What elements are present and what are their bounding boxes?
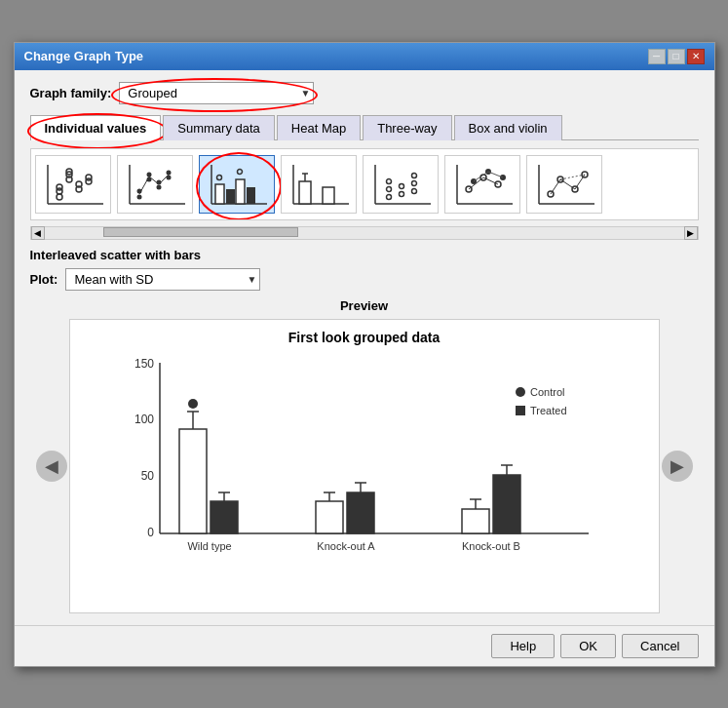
svg-rect-81 bbox=[211, 501, 238, 533]
bars-svg bbox=[286, 160, 352, 209]
graph-family-row: Graph family: Grouped XY Column Row mean… bbox=[30, 82, 699, 104]
svg-line-22 bbox=[139, 177, 149, 194]
tab-summary-data[interactable]: Summary data bbox=[163, 115, 275, 140]
svg-line-69 bbox=[575, 175, 585, 189]
graph-icons-scroll bbox=[35, 155, 694, 214]
svg-point-46 bbox=[411, 188, 416, 193]
svg-text:Knock-out B: Knock-out B bbox=[462, 540, 520, 552]
svg-rect-92 bbox=[462, 509, 489, 533]
maximize-button[interactable]: □ bbox=[668, 49, 685, 64]
cancel-button[interactable]: Cancel bbox=[622, 634, 698, 658]
svg-point-44 bbox=[399, 191, 403, 196]
minimize-button[interactable]: ─ bbox=[648, 49, 666, 64]
svg-point-42 bbox=[386, 186, 391, 191]
scatter-lines-svg bbox=[122, 160, 188, 209]
connected-dots-svg bbox=[449, 160, 516, 209]
prev-arrow-button[interactable]: ◀ bbox=[36, 451, 67, 482]
graph-icon-connected-dots[interactable] bbox=[444, 155, 520, 214]
svg-point-17 bbox=[146, 172, 151, 177]
svg-point-47 bbox=[411, 180, 416, 185]
svg-line-70 bbox=[560, 175, 585, 179]
scroll-thumb[interactable] bbox=[103, 227, 298, 237]
bottom-bar: Help OK Cancel bbox=[15, 625, 714, 666]
svg-rect-38 bbox=[323, 187, 334, 204]
svg-point-41 bbox=[386, 194, 391, 199]
svg-line-68 bbox=[560, 179, 575, 189]
svg-rect-95 bbox=[493, 475, 520, 533]
close-button[interactable]: ✕ bbox=[687, 49, 705, 64]
dialog-title: Change Graph Type bbox=[24, 49, 144, 63]
svg-rect-77 bbox=[179, 429, 207, 533]
plot-row: Plot: Mean with SD Mean with SEM Mean wi… bbox=[30, 268, 699, 291]
svg-text:Wild type: Wild type bbox=[187, 540, 231, 552]
preview-label: Preview bbox=[30, 298, 699, 313]
preview-container: ◀ First look grouped data 150 bbox=[30, 319, 699, 613]
svg-point-48 bbox=[411, 173, 416, 177]
graph-icon-bars[interactable] bbox=[281, 155, 357, 214]
tab-three-way[interactable]: Three-way bbox=[363, 115, 451, 140]
dialog-body: Graph family: Grouped XY Column Row mean… bbox=[15, 70, 714, 625]
scroll-track[interactable]: ◀ ▶ bbox=[30, 226, 699, 240]
svg-text:Treated: Treated bbox=[530, 405, 567, 416]
tab-box-violin[interactable]: Box and violin bbox=[454, 115, 562, 140]
network-svg bbox=[531, 160, 597, 209]
change-graph-type-dialog: Change Graph Type ─ □ ✕ Graph family: Gr… bbox=[14, 42, 715, 667]
plot-select-wrap: Mean with SD Mean with SEM Mean with 95%… bbox=[65, 268, 260, 291]
help-button[interactable]: Help bbox=[491, 634, 555, 658]
svg-text:Knock-out A: Knock-out A bbox=[317, 540, 375, 552]
scroll-left-arrow[interactable]: ◀ bbox=[31, 226, 45, 240]
svg-rect-85 bbox=[316, 501, 343, 533]
svg-point-80 bbox=[188, 399, 198, 409]
dots-grid-svg bbox=[367, 160, 434, 209]
tabs-row: Individual values Summary data Heat Map … bbox=[30, 114, 699, 140]
title-bar-buttons: ─ □ ✕ bbox=[648, 49, 705, 64]
graph-icon-scatter-lines[interactable] bbox=[117, 155, 193, 214]
svg-rect-30 bbox=[236, 179, 245, 204]
graph-family-select-wrap: Grouped XY Column Row means Survival Par… bbox=[119, 82, 314, 104]
svg-rect-27 bbox=[215, 184, 224, 204]
svg-point-4 bbox=[57, 184, 62, 190]
preview-area: First look grouped data 150 100 50 bbox=[69, 319, 660, 613]
svg-text:Control: Control bbox=[530, 386, 564, 398]
plot-label: Plot: bbox=[30, 272, 58, 287]
graph-family-label: Graph family: bbox=[30, 86, 112, 100]
svg-point-18 bbox=[156, 184, 161, 189]
tab-heat-map[interactable]: Heat Map bbox=[277, 115, 361, 140]
svg-line-60 bbox=[488, 172, 503, 177]
svg-rect-88 bbox=[347, 492, 374, 533]
graph-icon-dots-grid[interactable] bbox=[363, 155, 439, 214]
svg-text:150: 150 bbox=[134, 357, 153, 371]
graph-family-select[interactable]: Grouped XY Column Row means Survival Par… bbox=[119, 82, 314, 104]
section-label: Interleaved scatter with bars bbox=[30, 248, 699, 262]
svg-rect-101 bbox=[516, 406, 525, 415]
svg-text:0: 0 bbox=[147, 526, 154, 539]
tab-individual-values[interactable]: Individual values bbox=[30, 115, 162, 140]
svg-point-14 bbox=[136, 194, 141, 199]
svg-point-21 bbox=[166, 170, 171, 175]
svg-point-11 bbox=[86, 178, 92, 184]
svg-point-43 bbox=[386, 178, 391, 183]
graph-icon-network[interactable] bbox=[526, 155, 602, 214]
svg-point-29 bbox=[216, 175, 221, 179]
svg-text:50: 50 bbox=[140, 469, 154, 483]
graph-icon-scatter-dots[interactable] bbox=[35, 155, 111, 214]
ok-button[interactable]: OK bbox=[560, 634, 616, 658]
svg-line-67 bbox=[551, 179, 560, 194]
graph-icons-area bbox=[30, 148, 699, 220]
svg-point-32 bbox=[237, 169, 242, 174]
graph-icon-interleaved-scatter[interactable] bbox=[199, 155, 275, 214]
scatter-dots-svg bbox=[40, 160, 106, 209]
scroll-right-arrow[interactable]: ▶ bbox=[684, 226, 698, 240]
svg-text:100: 100 bbox=[134, 413, 153, 426]
chart-title: First look grouped data bbox=[80, 330, 649, 345]
plot-select[interactable]: Mean with SD Mean with SEM Mean with 95%… bbox=[65, 268, 260, 291]
svg-rect-35 bbox=[299, 181, 311, 204]
chart-svg: 150 100 50 0 bbox=[80, 353, 649, 568]
svg-rect-31 bbox=[247, 187, 255, 204]
interleaved-scatter-svg bbox=[204, 160, 270, 209]
next-arrow-button[interactable]: ▶ bbox=[662, 451, 693, 482]
svg-point-2 bbox=[57, 194, 62, 200]
svg-point-99 bbox=[516, 387, 525, 397]
svg-line-55 bbox=[483, 177, 498, 184]
title-bar: Change Graph Type ─ □ ✕ bbox=[15, 43, 714, 70]
